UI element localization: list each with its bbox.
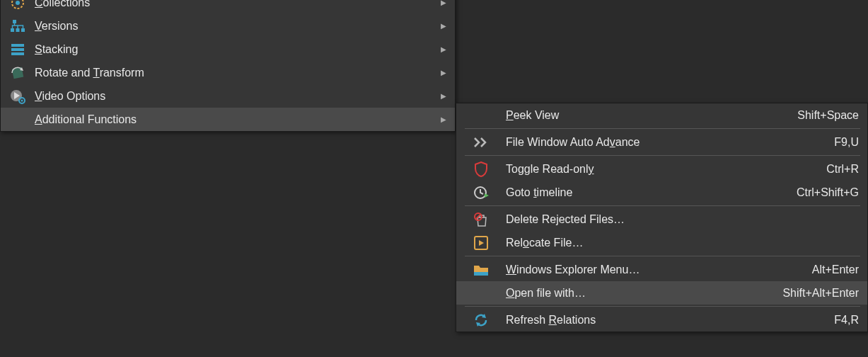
submenu-arrow-icon: ▶ (432, 115, 446, 123)
menu-item-collections[interactable]: Collections ▶ (1, 0, 455, 14)
submenu-arrow-icon: ▶ (432, 45, 446, 53)
submenu-arrow-icon: ▶ (432, 0, 446, 6)
timeline-icon (456, 185, 506, 200)
svg-marker-16 (485, 193, 489, 198)
advance-icon (456, 137, 506, 148)
menu-item-readonly[interactable]: Toggle Read-only Ctrl+R (456, 157, 867, 181)
menu-item-refresh[interactable]: Refresh Relations F4,R (456, 308, 867, 332)
svg-point-14 (21, 99, 23, 101)
menu-item-video[interactable]: Video Options ▶ (1, 84, 455, 108)
menu-item-auto-advance[interactable]: File Window Auto Advance F9,U (456, 130, 867, 154)
video-icon (1, 89, 35, 104)
svg-rect-2 (13, 20, 16, 23)
menu-label: Additional Functions (35, 113, 432, 126)
menu-label: File Window Auto Advance (506, 136, 826, 149)
svg-rect-3 (11, 28, 14, 32)
menu-label: Peek View (506, 109, 789, 122)
menu-item-stacking[interactable]: Stacking ▶ (1, 38, 455, 61)
menu-separator (465, 128, 860, 129)
menu-item-versions[interactable]: Versions ▶ (1, 14, 455, 38)
menu-item-timeline[interactable]: Goto timeline Ctrl+Shift+G (456, 181, 867, 204)
rotate-icon (1, 65, 35, 81)
svg-rect-8 (11, 52, 24, 55)
menu-item-relocate[interactable]: Relocate File… (456, 231, 867, 254)
relocate-icon (456, 235, 506, 251)
menu-label: Open file with… (506, 287, 774, 300)
svg-rect-6 (11, 44, 24, 47)
svg-rect-7 (11, 48, 24, 51)
menu-item-explorer[interactable]: Windows Explorer Menu… Alt+Enter (456, 258, 867, 281)
shortcut-label: Shift+Space (789, 109, 859, 122)
shortcut-label: Ctrl+R (818, 163, 859, 176)
menu-label: Delete Rejected Files… (506, 213, 850, 226)
menu-label: Windows Explorer Menu… (506, 264, 804, 276)
svg-point-1 (16, 1, 20, 5)
shortcut-label: F9,U (826, 136, 859, 149)
menu-label: Video Options (35, 90, 432, 103)
menu-label: Relocate File… (506, 237, 850, 249)
shield-icon (456, 162, 506, 177)
shortcut-label: Shift+Alt+Enter (774, 287, 859, 300)
menu-item-open-with[interactable]: Open file with… Shift+Alt+Enter (456, 281, 867, 305)
menu-label: Stacking (35, 43, 432, 56)
submenu-arrow-icon: ▶ (432, 69, 446, 76)
svg-marker-20 (479, 240, 484, 246)
menu-label: Collections (35, 0, 432, 9)
menu-label: Goto timeline (506, 186, 788, 199)
collections-icon (1, 0, 35, 11)
menu-label: Versions (35, 20, 432, 33)
submenu-arrow-icon: ▶ (432, 22, 446, 30)
versions-icon (1, 18, 35, 34)
delete-icon (456, 212, 506, 227)
shortcut-label: Alt+Enter (804, 264, 859, 276)
menu-separator (465, 306, 860, 307)
context-menu-primary: Collections ▶ Versions ▶ Stacking ▶ (0, 0, 456, 132)
menu-separator (465, 205, 860, 206)
svg-rect-4 (16, 28, 20, 32)
folder-icon (456, 263, 506, 277)
shortcut-label: F4,R (826, 314, 859, 327)
menu-item-rotate[interactable]: Rotate and Transform ▶ (1, 61, 455, 84)
context-submenu-additional: Peek View Shift+Space File Window Auto A… (456, 103, 868, 332)
submenu-arrow-icon: ▶ (432, 92, 446, 100)
stacking-icon (1, 42, 35, 57)
menu-label: Toggle Read-only (506, 163, 818, 176)
shortcut-label: Ctrl+Shift+G (788, 186, 859, 199)
menu-label: Refresh Relations (506, 314, 826, 327)
svg-rect-5 (21, 28, 25, 32)
menu-item-additional[interactable]: Additional Functions ▶ (1, 108, 455, 131)
menu-item-peek-view[interactable]: Peek View Shift+Space (456, 103, 867, 127)
refresh-icon (456, 312, 506, 328)
menu-separator (465, 256, 860, 256)
menu-label: Rotate and Transform (35, 67, 432, 79)
menu-separator (465, 155, 860, 156)
menu-item-delete-rejected[interactable]: Delete Rejected Files… (456, 208, 867, 231)
svg-rect-21 (474, 272, 488, 276)
